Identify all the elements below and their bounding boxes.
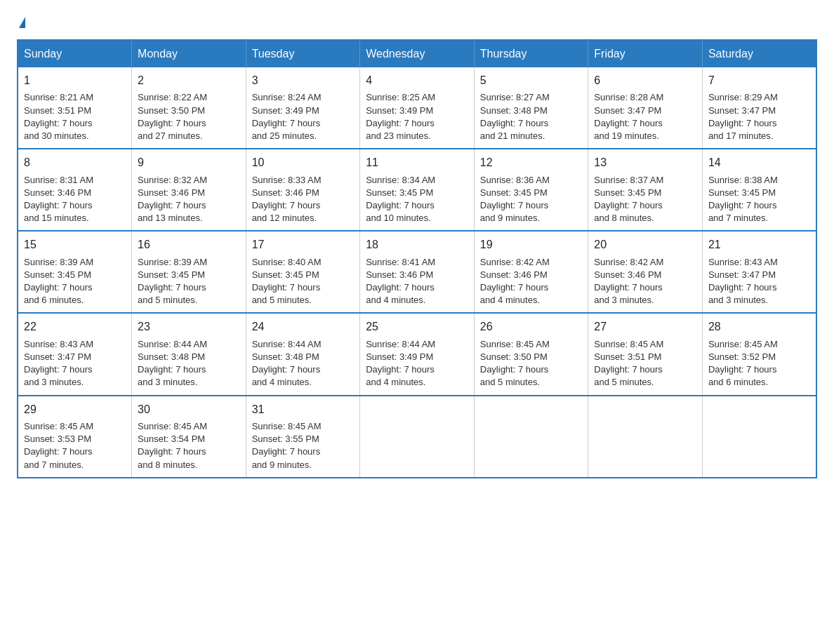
day-sunrise: Sunrise: 8:31 AM: [24, 175, 93, 185]
day-sunrise: Sunrise: 8:39 AM: [24, 257, 93, 267]
day-number: 6: [594, 73, 696, 88]
day-daylight: Daylight: 7 hours: [480, 200, 549, 210]
day-daylight: Daylight: 7 hours: [24, 200, 93, 210]
day-sunset: Sunset: 3:45 PM: [24, 269, 91, 280]
day-number: 29: [24, 402, 126, 417]
day-daylight: Daylight: 7 hours: [252, 446, 321, 457]
day-number: 18: [366, 237, 468, 253]
day-daylight2: and 10 minutes.: [366, 213, 431, 223]
day-number: 1: [24, 73, 126, 88]
calendar-week-row: 15Sunrise: 8:39 AMSunset: 3:45 PMDayligh…: [18, 231, 816, 313]
day-daylight: Daylight: 7 hours: [252, 364, 321, 375]
day-sunset: Sunset: 3:48 PM: [480, 105, 548, 116]
day-daylight2: and 19 minutes.: [594, 130, 659, 141]
day-sunrise: Sunrise: 8:32 AM: [138, 175, 207, 185]
day-sunrise: Sunrise: 8:43 AM: [24, 339, 93, 349]
day-daylight2: and 5 minutes.: [480, 377, 540, 387]
day-sunset: Sunset: 3:51 PM: [594, 351, 661, 362]
calendar-cell: [360, 396, 475, 478]
calendar-cell: 27Sunrise: 8:45 AMSunset: 3:51 PMDayligh…: [588, 313, 703, 395]
calendar-cell: 18Sunrise: 8:41 AMSunset: 3:46 PMDayligh…: [360, 231, 475, 313]
calendar-cell: 15Sunrise: 8:39 AMSunset: 3:45 PMDayligh…: [18, 231, 132, 313]
calendar-cell: 12Sunrise: 8:36 AMSunset: 3:45 PMDayligh…: [474, 149, 588, 231]
day-number: 4: [366, 73, 468, 88]
calendar-cell: 17Sunrise: 8:40 AMSunset: 3:45 PMDayligh…: [246, 231, 360, 313]
day-number: 14: [708, 155, 810, 170]
day-daylight2: and 3 minutes.: [138, 377, 197, 387]
calendar-cell: [474, 396, 588, 478]
day-sunrise: Sunrise: 8:44 AM: [138, 339, 207, 349]
day-daylight2: and 4 minutes.: [252, 377, 312, 387]
day-number: 13: [594, 155, 696, 170]
logo-arrow-icon: [19, 17, 25, 28]
day-daylight2: and 7 minutes.: [708, 213, 768, 223]
day-daylight: Daylight: 7 hours: [480, 282, 549, 293]
day-sunset: Sunset: 3:47 PM: [708, 105, 776, 116]
day-sunrise: Sunrise: 8:45 AM: [708, 339, 778, 349]
calendar-cell: 11Sunrise: 8:34 AMSunset: 3:45 PMDayligh…: [360, 149, 475, 231]
day-number: 2: [138, 73, 240, 88]
day-sunset: Sunset: 3:46 PM: [480, 269, 548, 280]
weekday-header-friday: Friday: [588, 40, 703, 67]
calendar-cell: 23Sunrise: 8:44 AMSunset: 3:48 PMDayligh…: [132, 313, 246, 395]
calendar-cell: 20Sunrise: 8:42 AMSunset: 3:46 PMDayligh…: [588, 231, 703, 313]
day-sunset: Sunset: 3:50 PM: [138, 105, 205, 116]
day-sunrise: Sunrise: 8:44 AM: [366, 339, 435, 349]
day-sunrise: Sunrise: 8:38 AM: [708, 175, 778, 185]
day-sunrise: Sunrise: 8:45 AM: [480, 339, 550, 349]
day-sunrise: Sunrise: 8:41 AM: [366, 257, 435, 267]
day-sunrise: Sunrise: 8:45 AM: [594, 339, 663, 349]
day-number: 8: [24, 155, 126, 170]
day-sunset: Sunset: 3:46 PM: [24, 187, 91, 198]
day-number: 21: [708, 237, 810, 253]
day-sunrise: Sunrise: 8:24 AM: [252, 92, 322, 102]
day-daylight2: and 23 minutes.: [366, 130, 431, 141]
day-daylight: Daylight: 7 hours: [708, 200, 777, 210]
day-number: 30: [138, 402, 240, 417]
day-number: 12: [480, 155, 583, 170]
calendar-week-row: 1Sunrise: 8:21 AMSunset: 3:51 PMDaylight…: [18, 67, 816, 149]
day-sunset: Sunset: 3:49 PM: [252, 105, 319, 116]
day-daylight2: and 3 minutes.: [594, 295, 654, 305]
weekday-header-row: SundayMondayTuesdayWednesdayThursdayFrid…: [18, 40, 816, 67]
day-daylight2: and 25 minutes.: [252, 130, 317, 141]
day-daylight: Daylight: 7 hours: [138, 446, 206, 457]
weekday-header-tuesday: Tuesday: [246, 40, 360, 67]
day-sunset: Sunset: 3:48 PM: [138, 351, 205, 362]
day-daylight: Daylight: 7 hours: [138, 118, 206, 128]
calendar-cell: [588, 396, 703, 478]
day-sunset: Sunset: 3:48 PM: [252, 351, 319, 362]
day-sunset: Sunset: 3:47 PM: [24, 351, 91, 362]
day-sunrise: Sunrise: 8:27 AM: [480, 92, 550, 102]
day-sunrise: Sunrise: 8:44 AM: [252, 339, 322, 349]
day-sunset: Sunset: 3:47 PM: [594, 105, 661, 116]
day-daylight2: and 9 minutes.: [252, 459, 312, 470]
day-daylight2: and 17 minutes.: [708, 130, 774, 141]
day-number: 11: [366, 155, 468, 170]
day-daylight2: and 4 minutes.: [366, 377, 425, 387]
calendar-cell: 13Sunrise: 8:37 AMSunset: 3:45 PMDayligh…: [588, 149, 703, 231]
weekday-header-wednesday: Wednesday: [360, 40, 475, 67]
calendar-week-row: 8Sunrise: 8:31 AMSunset: 3:46 PMDaylight…: [18, 149, 816, 231]
day-daylight: Daylight: 7 hours: [24, 364, 93, 375]
day-sunset: Sunset: 3:49 PM: [366, 105, 433, 116]
day-daylight: Daylight: 7 hours: [252, 282, 321, 293]
day-sunset: Sunset: 3:46 PM: [252, 187, 319, 198]
day-daylight2: and 6 minutes.: [24, 295, 84, 305]
day-daylight2: and 27 minutes.: [138, 130, 203, 141]
page-header: [17, 17, 817, 28]
calendar-table: SundayMondayTuesdayWednesdayThursdayFrid…: [17, 39, 817, 478]
day-daylight2: and 5 minutes.: [252, 295, 312, 305]
day-sunset: Sunset: 3:50 PM: [480, 351, 548, 362]
day-number: 20: [594, 237, 696, 253]
day-daylight: Daylight: 7 hours: [708, 118, 777, 128]
day-number: 27: [594, 319, 696, 335]
day-daylight: Daylight: 7 hours: [252, 118, 321, 128]
day-number: 7: [708, 73, 810, 88]
day-sunrise: Sunrise: 8:22 AM: [138, 92, 207, 102]
calendar-cell: 22Sunrise: 8:43 AMSunset: 3:47 PMDayligh…: [18, 313, 132, 395]
day-sunset: Sunset: 3:45 PM: [708, 187, 776, 198]
day-sunrise: Sunrise: 8:25 AM: [366, 92, 435, 102]
day-number: 10: [252, 155, 355, 170]
day-number: 5: [480, 73, 583, 88]
